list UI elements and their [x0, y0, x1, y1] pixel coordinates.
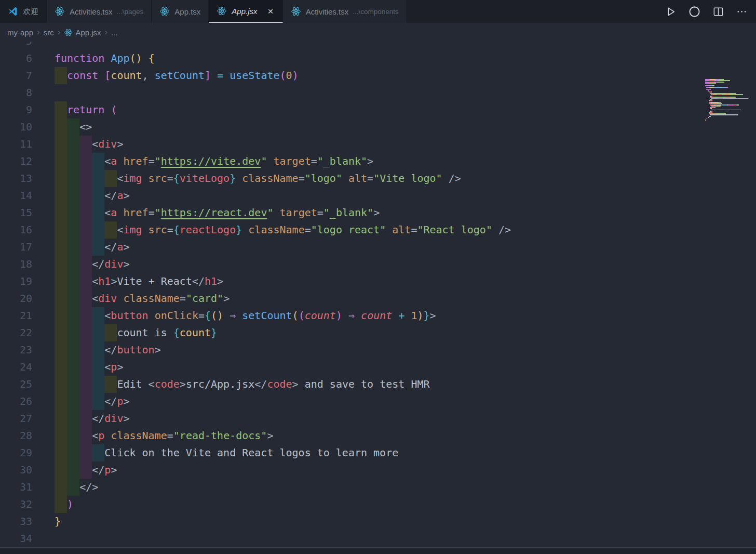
code-line-10[interactable]: 10<> [0, 118, 756, 136]
code-line-32[interactable]: 32) [0, 496, 756, 513]
tab-app-tsx[interactable]: App.tsx [152, 0, 209, 23]
code-line-14[interactable]: 14</a> [0, 187, 756, 204]
tab-path-hint: ...\components [353, 8, 399, 16]
tabbar-spacer [407, 0, 656, 23]
indent-guide [55, 187, 67, 204]
line-number: 12 [0, 153, 32, 170]
react-icon [55, 6, 65, 17]
indent-guide [92, 307, 104, 324]
code-line-21[interactable]: 21<button onClick={() ⇒ setCount((count)… [0, 307, 756, 324]
code-line-30[interactable]: 30</p> [0, 461, 756, 479]
code-line-22[interactable]: 22count is {count} [0, 324, 756, 341]
breadcrumb[interactable]: my-app›src› App.jsx›... [0, 23, 756, 42]
code-text: </div> [55, 410, 130, 427]
breadcrumb-item-src[interactable]: src [44, 28, 54, 37]
code-text: return ( [55, 101, 117, 118]
code-line-27[interactable]: 27</div> [0, 410, 756, 427]
indent-guide [67, 170, 79, 187]
code-line-15[interactable]: 15<a href="https://react.dev" target="_b… [0, 204, 756, 221]
code-line-18[interactable]: 18</div> [0, 256, 756, 273]
code-line-33[interactable]: 33} [0, 513, 756, 530]
line-number: 26 [0, 393, 32, 410]
tab-welcome[interactable]: 欢迎 [0, 0, 47, 23]
breadcrumb-item-my-app[interactable]: my-app [7, 28, 33, 37]
indent-guide [92, 153, 104, 170]
code-text: <a href="https://react.dev" target="_bla… [55, 204, 380, 221]
code-line-11[interactable]: 11<div> [0, 136, 756, 153]
code-text: <img src={viteLogo} className="logo" alt… [55, 170, 461, 187]
indent-guide [55, 359, 67, 376]
split-editor-button[interactable] [712, 6, 724, 18]
indent-guide [79, 187, 92, 204]
indent-guide [55, 461, 67, 479]
code-line-20[interactable]: 20<div className="card"> [0, 290, 756, 307]
line-number: 8 [0, 84, 32, 101]
indent-guide [79, 410, 92, 427]
indent-guide [92, 239, 104, 256]
code-text: Edit <code>src/App.jsx</code> and save t… [55, 376, 430, 393]
code-line-19[interactable]: 19<h1>Vite + React</h1> [0, 273, 756, 290]
line-number: 25 [0, 376, 32, 393]
more-actions-button[interactable] [736, 6, 748, 18]
indent-guide [67, 341, 79, 359]
code-line-28[interactable]: 28<p className="read-the-docs"> [0, 427, 756, 444]
indent-guide [92, 170, 104, 187]
vscode-logo-icon [8, 6, 18, 17]
line-number: 10 [0, 118, 32, 136]
close-icon[interactable]: × [267, 6, 275, 16]
code-line-7[interactable]: 7const [count, setCount] = useState(0) [0, 67, 756, 84]
code-line-25[interactable]: 25Edit <code>src/App.jsx</code> and save… [0, 376, 756, 393]
react-file-icon [291, 6, 301, 17]
indent-guide [92, 341, 104, 359]
indent-guide [55, 153, 67, 170]
code-text: Click on the Vite and React logos to lea… [55, 444, 398, 461]
breadcrumb-label: ... [111, 28, 118, 37]
code-text: </> [55, 479, 98, 496]
code-line-5[interactable]: 5 [0, 42, 756, 50]
indent-guide [79, 273, 92, 290]
code-line-29[interactable]: 29Click on the Vite and React logos to l… [0, 444, 756, 461]
code-line-24[interactable]: 24<p> [0, 359, 756, 376]
indent-guide [67, 324, 79, 341]
code-line-13[interactable]: 13<img src={viteLogo} className="logo" a… [0, 170, 756, 187]
code-line-23[interactable]: 23</button> [0, 341, 756, 359]
breadcrumb-item--[interactable]: ... [111, 28, 118, 37]
code-line-31[interactable]: 31</> [0, 479, 756, 496]
code-line-9[interactable]: 9return ( [0, 101, 756, 118]
code-text: </button> [55, 341, 161, 359]
code-text: <img src={reactLogo} className="logo rea… [55, 221, 511, 239]
code-line-26[interactable]: 26</p> [0, 393, 756, 410]
tab-activities-pages[interactable]: Activities.tsx...\pages [47, 0, 152, 23]
tab-app-jsx[interactable]: App.jsx× [209, 0, 282, 23]
minimap[interactable] [705, 79, 750, 122]
indent-guide [79, 427, 92, 444]
code-line-12[interactable]: 12<a href="https://vite.dev" target="_bl… [0, 153, 756, 170]
tab-activities-components[interactable]: Activities.tsx...\components [283, 0, 407, 23]
code-line-6[interactable]: 6function App() { [0, 50, 756, 67]
indent-guide [104, 324, 117, 341]
tab-label: Activities.tsx [70, 7, 113, 16]
code-line-16[interactable]: 16<img src={reactLogo} className="logo r… [0, 221, 756, 239]
indent-guide [79, 136, 92, 153]
tab-label: 欢迎 [23, 7, 38, 17]
indent-guide [67, 187, 79, 204]
line-number: 6 [0, 50, 32, 67]
openai-button[interactable] [688, 5, 701, 18]
line-number: 19 [0, 273, 32, 290]
breadcrumb-item-app-jsx[interactable]: App.jsx [64, 28, 101, 37]
run-button[interactable] [665, 6, 677, 18]
indent-guide [55, 256, 67, 273]
indent-guide [67, 427, 79, 444]
indent-guide [55, 341, 67, 359]
line-number: 9 [0, 101, 32, 118]
line-number: 28 [0, 427, 32, 444]
indent-guide [79, 256, 92, 273]
indent-guide [67, 221, 79, 239]
code-line-17[interactable]: 17</a> [0, 239, 756, 256]
code-line-34[interactable]: 34 [0, 530, 756, 547]
code-line-8[interactable]: 8 [0, 84, 756, 101]
code-editor[interactable]: 56function App() {7const [count, setCoun… [0, 42, 756, 547]
minimap-line [705, 121, 750, 122]
indent-guide [55, 376, 67, 393]
indent-guide [55, 324, 67, 341]
